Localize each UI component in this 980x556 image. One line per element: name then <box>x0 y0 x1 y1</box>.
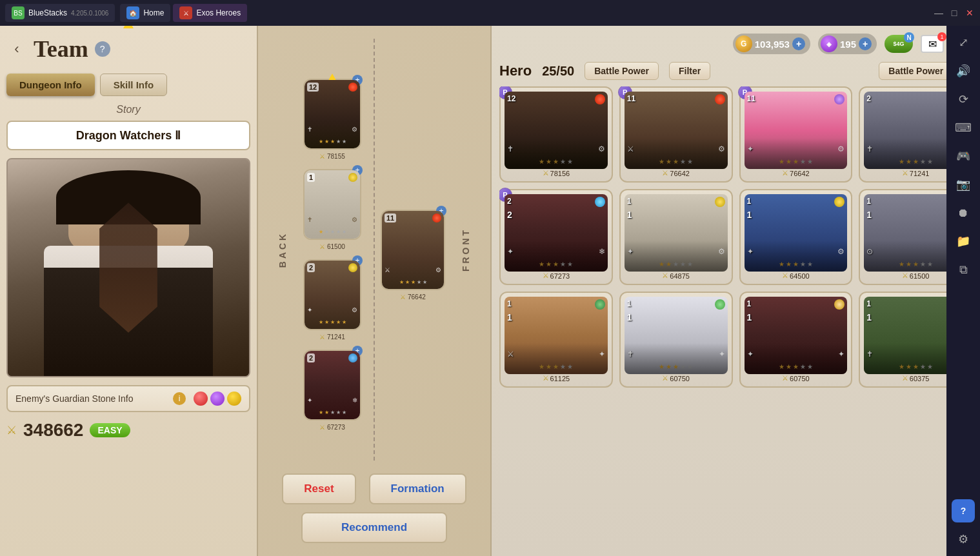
hero-card-5[interactable]: P 2 2 ✦ ❄ ★★★★★ ⚔ 67273 <box>499 189 613 285</box>
front-label: FRONT <box>461 228 471 272</box>
keyboard-icon[interactable]: ⌨ <box>952 116 975 139</box>
hero-card-level-2: 11 <box>627 94 635 103</box>
game-area: ‹ Team ? Dungeon Info Skill Info Story D… <box>0 26 980 556</box>
hero-img-card-11: 1 1 ✦ ✦ ★★★★★ <box>745 297 848 374</box>
record-icon[interactable]: ⏺ <box>952 201 975 224</box>
reset-button[interactable]: Reset <box>282 473 355 504</box>
home-tab[interactable]: 🏠 Home <box>120 4 170 22</box>
hero-card-gear-9: ✦ <box>599 350 605 359</box>
hero-num-7: 1 <box>747 210 752 220</box>
hero-card-gear-7: ⚙ <box>837 247 845 256</box>
folder-icon[interactable]: 📁 <box>952 230 975 253</box>
hero-card-class-1: ✝ <box>507 144 514 154</box>
hero-card-bp-4: ⚔ 71241 <box>902 169 930 177</box>
close-button[interactable]: ✕ <box>965 8 975 18</box>
hero-bp-3: ⚔ 71241 <box>305 333 360 341</box>
hero-card-bp-5: ⚔ 67273 <box>543 272 570 280</box>
taskbar: BS BlueStacks 4.205.0.1006 🏠 Home ⚔ Exos… <box>0 0 980 26</box>
dungeon-info-tab[interactable]: Dungeon Info <box>6 74 95 96</box>
slot-back-1[interactable]: + 12 ✝ ⚙ ★★★★★ ⚔ 78155 <box>303 79 361 150</box>
battle-power-btn[interactable]: Battle Power <box>585 62 659 80</box>
back-button[interactable]: ‹ <box>6 39 27 59</box>
hero-card-3[interactable]: P 11 ✦ ⚙ ☽ ★★★★★ ⚔ 76642 <box>739 86 853 183</box>
hero-card-class-10: ✝ <box>627 350 634 359</box>
slot-back-2[interactable]: + 1 ✝ ⚙ ★★★★★ ⚔ 61500 <box>303 169 361 240</box>
gem-purple <box>210 392 225 406</box>
hero-card-10[interactable]: 1 1 ✝ ✦ ★★★★★ ⚔ 60750 <box>619 292 733 388</box>
slot-front-1[interactable]: + 11 ⚔ ⚙ ★★★★★ ⚔ 76642 <box>381 210 445 290</box>
slot-back-3[interactable]: + 2 ✦ ⚙ ★★★★★ ⚔ 71241 <box>303 259 361 330</box>
hero-card-bp-11: ⚔ 60750 <box>782 374 810 382</box>
home-icon: 🏠 <box>126 6 139 19</box>
filter-btn[interactable]: Filter <box>669 62 710 80</box>
left-panel: ‹ Team ? Dungeon Info Skill Info Story D… <box>0 26 258 556</box>
settings-icon[interactable]: ⚙ <box>952 528 975 551</box>
gear-icon-4: ❄ <box>352 397 357 404</box>
element-ice-4 <box>348 353 357 362</box>
hero-title: Hero <box>499 63 532 79</box>
gamepad-icon[interactable]: 🎮 <box>952 144 975 168</box>
info-icon: i <box>173 392 186 405</box>
maximize-button[interactable]: □ <box>949 8 959 18</box>
hero-card-gear-6: ⚙ <box>718 247 725 256</box>
hero-list-header: Hero 25/50 Battle Power Filter Battle Po… <box>499 62 972 80</box>
minimize-button[interactable]: — <box>934 8 944 18</box>
hero-card-11[interactable]: 1 1 ✦ ✦ ★★★★★ ⚔ 60750 <box>739 292 853 388</box>
hero-card-elem-1 <box>595 94 605 104</box>
page-title: Team <box>34 35 88 63</box>
hero-card-level-9: 1 <box>507 299 512 308</box>
gold-plus-button[interactable]: + <box>792 37 805 50</box>
sort-battle-power-btn[interactable]: Battle Power <box>879 62 953 80</box>
help-button[interactable]: ? <box>95 41 110 57</box>
hero-level-1: 12 <box>307 83 319 92</box>
camera-icon[interactable]: 📷 <box>952 173 975 196</box>
special-label: $4G <box>893 41 904 47</box>
hero-card-gear-2: ⚙ <box>718 144 725 154</box>
window-controls: — □ ✕ <box>934 8 975 18</box>
hero-img-front: 11 ⚔ ⚙ ★★★★★ <box>382 211 444 289</box>
hero-card-bp-12: ⚔ 60375 <box>902 374 930 382</box>
hero-card-7[interactable]: 1 1 ✦ ⚙ ★★★★★ ⚔ 64500 <box>739 189 853 285</box>
formation-area: BACK FRONT + 12 ✝ ⚙ <box>265 39 484 461</box>
hero-card-gear-11: ✦ <box>838 350 845 359</box>
hero-card-elem-10 <box>715 299 725 310</box>
hero-card-bp-9: ⚔ 61125 <box>543 374 570 382</box>
copy-icon[interactable]: ⧉ <box>952 258 975 281</box>
hero-card-class-8: ⊙ <box>866 247 873 256</box>
hero-card-stars-row-9: ★★★★★ <box>505 363 608 370</box>
hero-card-elem-9 <box>595 299 605 310</box>
hero-card-1[interactable]: P 12 ✝ ⚙ ★★★★★ ⚔ 78156 <box>499 86 613 183</box>
hero-card-level-10: 1 <box>627 299 632 308</box>
formation-divider <box>374 39 375 461</box>
formation-buttons: Reset Formation <box>282 473 466 504</box>
page-header: ‹ Team ? <box>6 32 250 66</box>
expand-icon[interactable]: ⤢ <box>952 31 975 54</box>
stars-1: ★★★★★ <box>305 139 360 144</box>
hero-img-2: 1 ✝ ⚙ ★★★★★ <box>305 170 360 239</box>
hero-img-3: 2 ✦ ⚙ ★★★★★ <box>305 261 360 329</box>
formation-button[interactable]: Formation <box>369 473 466 504</box>
hero-img-card-5: 2 2 ✦ ❄ ★★★★★ <box>505 194 608 272</box>
screen-rotate-icon[interactable]: ⟳ <box>952 88 975 111</box>
gem-plus-button[interactable]: + <box>859 37 872 50</box>
gold-icon: G <box>735 35 752 52</box>
hero-bp-4: ⚔ 67273 <box>305 424 360 431</box>
hero-card-bp-10: ⚔ 60750 <box>662 374 690 382</box>
bluestacks-app[interactable]: BS BlueStacks 4.205.0.1006 <box>5 4 115 22</box>
slot-back-4[interactable]: + 2 ✦ ❄ ★★★★★ ⚔ 67273 <box>303 350 361 421</box>
hero-card-stars-row-3: ★★★★★ <box>745 158 848 165</box>
hero-card-6[interactable]: 1 1 ✦ ⚙ ★★★★★ ⚔ 64875 <box>619 189 733 285</box>
volume-icon[interactable]: 🔊 <box>952 59 975 83</box>
exos-tab[interactable]: ⚔ Exos Heroes <box>173 4 247 22</box>
mail-button[interactable]: ✉ 1 <box>921 35 944 53</box>
skill-info-tab[interactable]: Skill Info <box>100 74 168 96</box>
hero-card-9[interactable]: 1 1 ⚔ ✦ ★★★★★ ⚔ 61125 <box>499 292 613 388</box>
hero-card-class-5: ✦ <box>507 247 514 256</box>
hero-card-2[interactable]: P 11 ⚔ ⚙ ★★★★★ ⚔ 76642 <box>619 86 733 183</box>
recommend-button[interactable]: Recommend <box>301 512 447 543</box>
hero-card-bp-3: ⚔ 76642 <box>782 169 810 177</box>
hero-img-card-10: 1 1 ✝ ✦ ★★★★★ <box>625 297 728 374</box>
hero-num-9: 1 <box>507 312 512 323</box>
middle-panel: BACK FRONT + 12 ✝ ⚙ <box>258 26 490 556</box>
help-side-icon[interactable]: ? <box>952 499 975 522</box>
